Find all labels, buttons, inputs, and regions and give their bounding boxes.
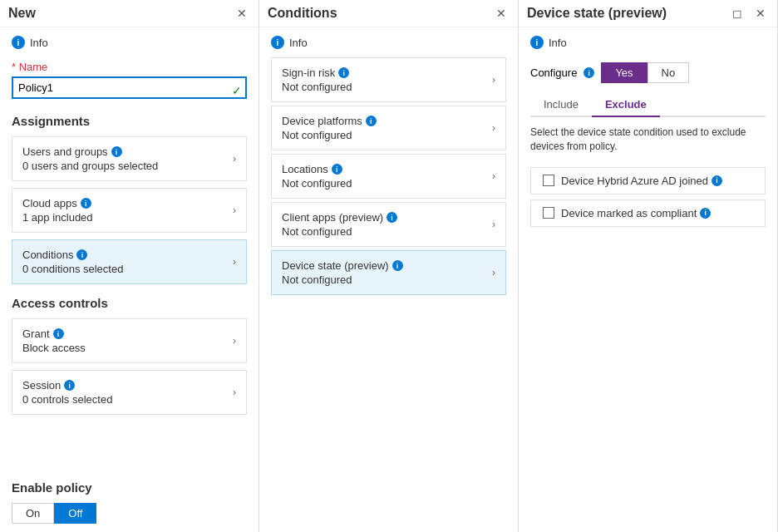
conditions-info-row: i Info [259, 27, 518, 54]
cond-info-icon-3: i [387, 212, 397, 223]
grant-content: Grant i Block access [22, 328, 86, 354]
cond-value-3: Not configured [282, 225, 397, 238]
users-groups-item[interactable]: Users and groups i 0 users and groups se… [12, 136, 247, 181]
policy-name-input[interactable] [12, 76, 247, 99]
cloud-apps-content: Cloud apps i 1 app included [22, 197, 93, 224]
tab-row: Include Exclude [530, 93, 766, 117]
checkbox-container: Device Hybrid Azure AD joined i Device m… [519, 162, 777, 232]
cond-value-2: Not configured [282, 177, 352, 190]
toggle-on-button[interactable]: On [12, 503, 54, 524]
new-panel-close-button[interactable]: ✕ [234, 5, 250, 22]
toggle-group: On Off [12, 503, 247, 524]
cond-label-1: Device platforms i [282, 115, 377, 127]
checkbox-label-0: Device Hybrid Azure AD joined i [561, 175, 722, 187]
new-panel: New ✕ i Info * Name ✓ Assignments Users … [0, 0, 259, 532]
cond-info-icon-4: i [392, 260, 403, 271]
conditions-item-4[interactable]: Device state (preview) i Not configured … [271, 250, 506, 295]
conditions-info-label: Info [289, 37, 308, 49]
config-btn-group: Yes No [601, 62, 689, 83]
grant-info-icon: i [53, 328, 64, 339]
cond-chevron-0: › [492, 74, 495, 86]
cond-item-content-4: Device state (preview) i Not configured [282, 259, 403, 286]
device-panel-title: Device state (preview) [527, 6, 667, 21]
conditions-value: 0 conditions selected [22, 263, 123, 275]
cond-chevron-4: › [492, 267, 495, 278]
cond-info-icon-1: i [366, 116, 377, 126]
device-panel-actions: ◻ ✕ [729, 5, 769, 22]
tab-include[interactable]: Include [530, 93, 592, 117]
users-groups-label: Users and groups i [22, 145, 158, 158]
cloud-apps-chevron: › [233, 204, 236, 216]
new-panel-header: New ✕ [0, 0, 259, 27]
conditions-item-0[interactable]: Sign-in risk i Not configured › [271, 57, 506, 102]
session-chevron: › [233, 387, 236, 398]
cond-item-content-2: Locations i Not configured [282, 163, 352, 190]
config-no-button[interactable]: No [648, 62, 690, 83]
session-item[interactable]: Session i 0 controls selected › [12, 370, 247, 415]
enable-policy-section: Enable policy On Off [0, 472, 259, 532]
cond-chevron-1: › [492, 122, 495, 134]
users-groups-chevron: › [233, 153, 236, 165]
grant-value: Block access [22, 342, 86, 354]
checkbox-1[interactable] [543, 207, 554, 219]
session-label: Session i [22, 379, 112, 392]
cond-label-0: Sign-in risk i [282, 66, 352, 79]
new-info-row: i Info [0, 27, 259, 54]
conditions-info-icon: i [76, 249, 87, 260]
session-info-icon: i [64, 380, 75, 391]
conditions-item[interactable]: Conditions i 0 conditions selected › [12, 239, 247, 284]
new-info-icon: i [12, 36, 25, 49]
new-panel-actions: ✕ [234, 5, 250, 22]
cond-label-4: Device state (preview) i [282, 259, 403, 272]
conditions-item-2[interactable]: Locations i Not configured › [271, 154, 506, 199]
device-panel-header: Device state (preview) ◻ ✕ [519, 0, 777, 27]
cond-item-content-1: Device platforms i Not configured [282, 115, 377, 141]
conditions-panel-actions: ✕ [493, 5, 510, 22]
device-panel-close-button[interactable]: ✕ [752, 5, 769, 22]
conditions-item-3[interactable]: Client apps (preview) i Not configured › [271, 202, 506, 247]
cond-info-icon-2: i [332, 164, 342, 175]
cond-value-4: Not configured [282, 273, 403, 286]
checkbox-info-icon-1: i [700, 208, 711, 219]
cloud-apps-info-icon: i [81, 198, 91, 209]
tab-exclude[interactable]: Exclude [592, 93, 660, 117]
cond-item-content-0: Sign-in risk i Not configured [282, 66, 352, 93]
device-info-row: i Info [519, 27, 777, 54]
name-check-icon: ✓ [232, 84, 242, 97]
users-groups-info-icon: i [111, 146, 122, 157]
toggle-off-button[interactable]: Off [54, 503, 96, 524]
conditions-info-icon-header: i [271, 36, 284, 49]
new-panel-title: New [8, 6, 36, 21]
checkbox-info-icon-0: i [712, 175, 722, 186]
conditions-panel: Conditions ✕ i Info Sign-in risk i Not c… [259, 0, 519, 532]
configure-info-icon: i [584, 67, 594, 78]
device-panel-restore-button[interactable]: ◻ [729, 5, 746, 22]
cond-info-icon-0: i [338, 67, 349, 78]
conditions-item-1[interactable]: Device platforms i Not configured › [271, 106, 506, 150]
session-content: Session i 0 controls selected [22, 379, 112, 406]
cond-chevron-2: › [492, 170, 495, 182]
grant-chevron: › [233, 335, 236, 347]
enable-policy-heading: Enable policy [12, 480, 247, 498]
device-info-label: Info [549, 37, 567, 49]
name-input-wrap: ✓ [0, 75, 259, 106]
conditions-items: Sign-in risk i Not configured › Device p… [259, 54, 518, 298]
users-groups-content: Users and groups i 0 users and groups se… [22, 145, 158, 172]
cond-value-0: Not configured [282, 81, 352, 93]
conditions-panel-close-button[interactable]: ✕ [493, 5, 510, 22]
configure-label: Configure [530, 66, 577, 79]
grant-label: Grant i [22, 328, 86, 340]
checkbox-row-1[interactable]: Device marked as compliant i [530, 200, 766, 227]
device-description: Select the device state condition used t… [519, 117, 777, 162]
cloud-apps-item[interactable]: Cloud apps i 1 app included › [12, 188, 247, 233]
cond-value-1: Not configured [282, 129, 377, 141]
access-controls-heading: Access controls [0, 288, 259, 315]
config-yes-button[interactable]: Yes [601, 62, 647, 83]
cloud-apps-value: 1 app included [22, 211, 93, 224]
grant-item[interactable]: Grant i Block access › [12, 318, 247, 363]
checkbox-row-0[interactable]: Device Hybrid Azure AD joined i [530, 167, 766, 195]
cond-label-3: Client apps (preview) i [282, 211, 397, 224]
device-panel: Device state (preview) ◻ ✕ i Info Config… [519, 0, 778, 532]
checkbox-0[interactable] [543, 175, 554, 186]
conditions-label: Conditions i [22, 249, 123, 261]
